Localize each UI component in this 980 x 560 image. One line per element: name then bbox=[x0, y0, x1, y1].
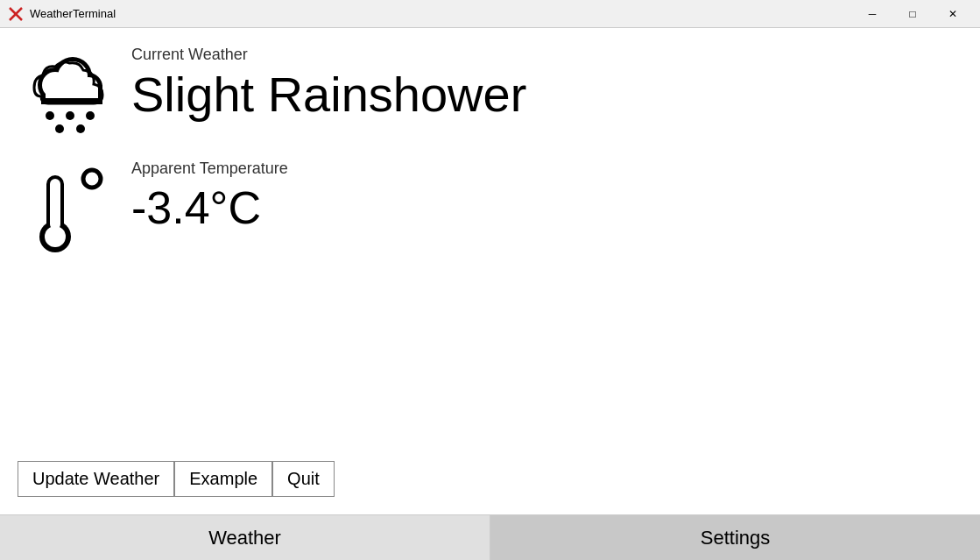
cloud-rain-icon bbox=[22, 46, 118, 142]
temperature-info: Apparent Temperature -3.4°C bbox=[123, 159, 288, 234]
weather-section: Current Weather Slight Rainshower bbox=[18, 46, 962, 142]
app-title: WeatherTerminal bbox=[30, 7, 852, 20]
svg-rect-17 bbox=[50, 179, 60, 230]
weather-info: Current Weather Slight Rainshower bbox=[123, 46, 526, 122]
temperature-section: Apparent Temperature -3.4°C bbox=[18, 159, 962, 256]
svg-point-12 bbox=[86, 111, 95, 120]
quit-button[interactable]: Quit bbox=[272, 461, 335, 497]
weather-icon-container bbox=[18, 46, 123, 142]
svg-point-13 bbox=[55, 124, 64, 133]
example-button[interactable]: Example bbox=[174, 461, 272, 497]
svg-point-11 bbox=[66, 111, 74, 120]
spacer bbox=[18, 273, 962, 461]
svg-point-19 bbox=[83, 170, 101, 188]
update-weather-button[interactable]: Update Weather bbox=[18, 461, 174, 497]
tab-bar: Weather Settings bbox=[0, 514, 980, 560]
weather-condition: Slight Rainshower bbox=[131, 67, 526, 122]
tab-settings[interactable]: Settings bbox=[490, 515, 980, 560]
svg-rect-9 bbox=[46, 86, 98, 98]
main-content: Current Weather Slight Rainshower Appare… bbox=[0, 28, 980, 514]
window-controls: ─ □ ✕ bbox=[852, 0, 973, 28]
close-button[interactable]: ✕ bbox=[933, 0, 973, 28]
temperature-value: -3.4°C bbox=[131, 181, 288, 234]
app-icon bbox=[7, 5, 25, 23]
current-weather-label: Current Weather bbox=[131, 46, 526, 64]
maximize-button[interactable]: □ bbox=[892, 0, 933, 28]
tab-weather[interactable]: Weather bbox=[0, 515, 490, 560]
svg-point-10 bbox=[46, 111, 54, 120]
title-bar: WeatherTerminal ─ □ ✕ bbox=[0, 0, 980, 28]
button-row: Update Weather Example Quit bbox=[18, 461, 962, 506]
minimize-button[interactable]: ─ bbox=[852, 0, 892, 28]
thermometer-icon bbox=[22, 159, 118, 256]
temperature-icon-container bbox=[18, 159, 123, 256]
apparent-temp-label: Apparent Temperature bbox=[131, 159, 288, 178]
svg-point-14 bbox=[76, 124, 85, 133]
svg-point-18 bbox=[45, 226, 66, 247]
